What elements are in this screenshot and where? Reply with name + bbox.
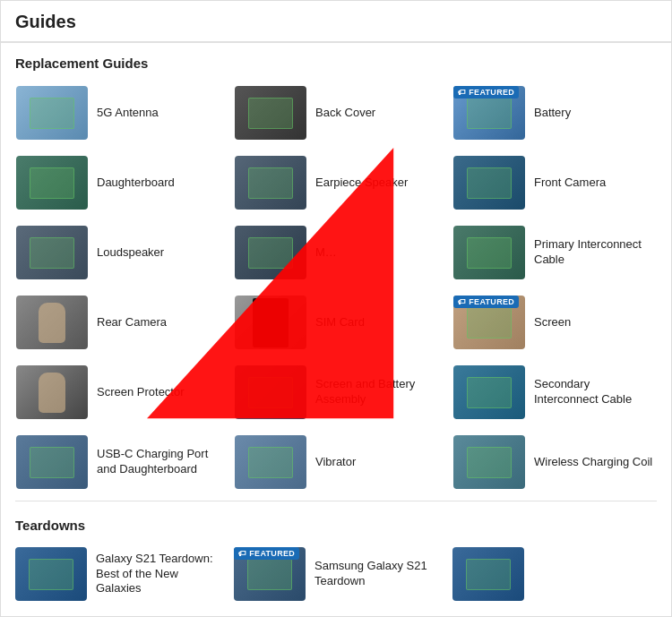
guide-item-rear-camera[interactable]: Rear Camera	[8, 287, 227, 357]
teardown-thumb-teardown-3	[452, 547, 524, 601]
guide-label-5g-antenna: 5G Antenna	[88, 106, 219, 121]
guide-thumb-sim-card	[235, 296, 306, 349]
teardown-item-galaxy-s21-teardown-text[interactable]: Galaxy S21 Teardown: Best of the New Gal…	[8, 540, 227, 608]
teardown-item-samsung-galaxy-s21-teardown[interactable]: 🏷FEATUREDSamsung Galaxy S21 Teardown	[227, 540, 445, 608]
teardown-thumb-galaxy-s21-teardown-text	[15, 547, 87, 601]
guide-thumb-primary-cable	[453, 226, 525, 279]
guide-item-5g-antenna[interactable]: 5G Antenna	[8, 78, 227, 148]
guide-label-vibrator: Vibrator	[306, 455, 437, 470]
guide-item-back-cover[interactable]: Back Cover	[227, 78, 445, 148]
page-wrapper: Guides Replacement Guides 5G AntennaBack…	[0, 0, 672, 617]
teardown-item-teardown-3[interactable]	[445, 540, 664, 608]
guide-item-sim-card[interactable]: SIM Card	[227, 287, 445, 357]
guide-thumb-loudspeaker	[16, 226, 88, 279]
guide-thumb-screen-battery	[235, 365, 306, 419]
replacement-guides-section-title: Replacement Guides	[1, 43, 671, 78]
guide-label-back-cover: Back Cover	[306, 106, 437, 121]
guide-label-battery: Battery	[525, 106, 656, 121]
guide-label-motherboard: M…	[306, 245, 437, 261]
guide-thumb-usbc	[16, 435, 88, 489]
featured-badge-teardown-samsung-galaxy-s21-teardown: 🏷FEATURED	[234, 547, 299, 560]
guide-item-secondary-cable[interactable]: Secondary Interconnect Cable	[445, 357, 664, 427]
guide-item-wireless-coil[interactable]: Wireless Charging Coil	[445, 427, 664, 497]
guide-item-primary-cable[interactable]: Primary Interconnect Cable	[445, 218, 664, 287]
guide-item-screen[interactable]: 🏷FEATUREDScreen	[445, 287, 664, 357]
section-divider	[15, 501, 657, 501]
guide-item-vibrator[interactable]: Vibrator	[227, 427, 445, 497]
guide-label-wireless-coil: Wireless Charging Coil	[525, 455, 656, 470]
guide-thumb-back-cover	[235, 86, 306, 140]
guides-container: 5G AntennaBack Cover🏷FEATUREDBatteryDaug…	[1, 78, 671, 497]
guide-label-usbc: USB-C Charging Port and Daughterboard	[88, 447, 219, 477]
teardowns-section-title: Teardowns	[1, 505, 671, 540]
guide-thumb-earpiece-speaker	[235, 156, 306, 210]
guide-label-daughterboard: Daughterboard	[88, 176, 219, 191]
guide-label-secondary-cable: Secondary Interconnect Cable	[525, 377, 656, 407]
guide-thumb-motherboard	[235, 226, 306, 279]
guide-item-daughterboard[interactable]: Daughterboard	[8, 148, 227, 218]
guide-label-screen-battery: Screen and Battery Assembly	[306, 377, 437, 407]
guide-thumb-wireless-coil	[453, 435, 525, 489]
guide-label-screen-protector: Screen Protector	[88, 385, 219, 400]
guide-item-battery[interactable]: 🏷FEATUREDBattery	[445, 78, 664, 148]
guide-label-loudspeaker: Loudspeaker	[88, 245, 219, 261]
teardown-label-galaxy-s21-teardown-text: Galaxy S21 Teardown: Best of the New Gal…	[87, 552, 220, 597]
guide-item-earpiece-speaker[interactable]: Earpiece Speaker	[227, 148, 445, 218]
guide-thumb-vibrator	[235, 435, 306, 489]
guide-item-screen-battery[interactable]: Screen and Battery Assembly	[227, 357, 445, 427]
guide-label-front-camera: Front Camera	[525, 176, 656, 191]
guide-thumb-5g-antenna	[16, 86, 88, 140]
featured-icon: 🏷	[458, 297, 466, 306]
guide-label-earpiece-speaker: Earpiece Speaker	[306, 176, 437, 191]
guide-label-sim-card: SIM Card	[306, 315, 437, 330]
guide-label-rear-camera: Rear Camera	[88, 315, 219, 330]
guide-item-loudspeaker[interactable]: Loudspeaker	[8, 218, 227, 287]
featured-badge-screen: 🏷FEATURED	[453, 296, 519, 308]
guide-label-screen: Screen	[525, 315, 656, 330]
guide-thumb-screen-protector	[16, 365, 88, 419]
guide-label-primary-cable: Primary Interconnect Cable	[525, 237, 656, 268]
guide-thumb-daughterboard	[16, 156, 88, 210]
guide-item-front-camera[interactable]: Front Camera	[445, 148, 664, 218]
guide-thumb-rear-camera	[16, 296, 88, 349]
page-title: Guides	[15, 12, 657, 32]
guide-thumb-secondary-cable	[453, 365, 525, 419]
featured-icon: 🏷	[458, 88, 466, 97]
teardown-label-samsung-galaxy-s21-teardown: Samsung Galaxy S21 Teardown	[306, 559, 438, 589]
guide-thumb-front-camera	[453, 156, 525, 210]
guide-item-motherboard[interactable]: M…	[227, 218, 445, 287]
featured-badge-battery: 🏷FEATURED	[453, 86, 519, 99]
guides-grid: 5G AntennaBack Cover🏷FEATUREDBatteryDaug…	[1, 78, 671, 497]
teardowns-grid: Galaxy S21 Teardown: Best of the New Gal…	[1, 540, 671, 608]
guide-item-screen-protector[interactable]: Screen Protector	[8, 357, 227, 427]
page-header: Guides	[1, 1, 671, 43]
guide-item-usbc[interactable]: USB-C Charging Port and Daughterboard	[8, 427, 227, 497]
